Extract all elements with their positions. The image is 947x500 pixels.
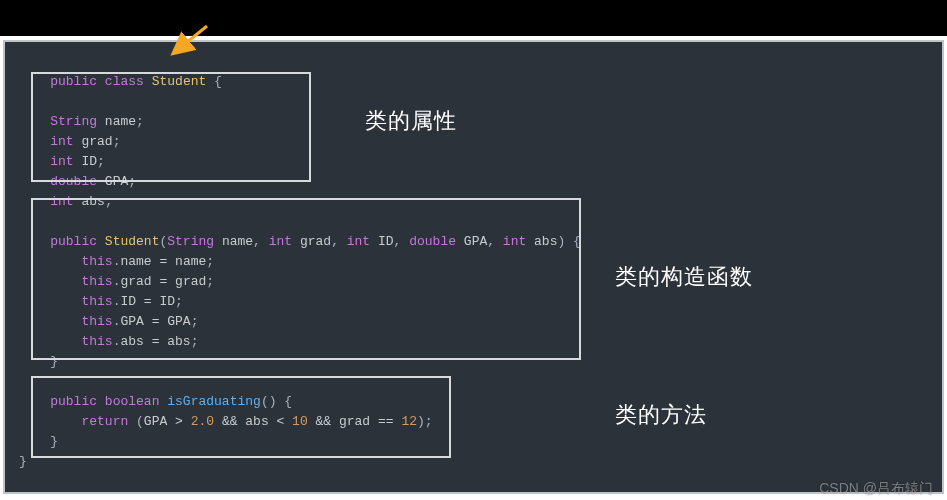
label-fields: 类的属性 — [365, 106, 457, 136]
code-line-field-abs: int abs; — [19, 192, 928, 212]
code-line-field-grad: int grad; — [19, 132, 928, 152]
code-line-class-decl: public class Student { — [19, 52, 928, 112]
code-line-blank — [19, 212, 928, 232]
top-bar — [0, 0, 947, 36]
code-line-ctor-a5: this.abs = abs; — [19, 332, 928, 352]
code-line-method-close: } — [19, 432, 928, 452]
code-line-ctor-close: } — [19, 352, 928, 372]
code-line-ctor-a2: this.grad = grad; — [19, 272, 928, 292]
label-method: 类的方法 — [615, 400, 707, 430]
code-line-field-id: int ID; — [19, 152, 928, 172]
code-line-field-name: String name; — [19, 112, 928, 132]
code-line-ctor-sig: public Student(String name, int grad, in… — [19, 232, 928, 252]
code-line-class-close: } — [19, 452, 928, 472]
code-line-ctor-a4: this.GPA = GPA; — [19, 312, 928, 332]
code-line-method-sig: public boolean isGraduating() { — [19, 392, 928, 412]
code-editor: public class Student { String name; int … — [3, 40, 944, 494]
code-line-blank2 — [19, 372, 928, 392]
code-line-field-gpa: double GPA; — [19, 172, 928, 192]
code-line-ctor-a1: this.name = name; — [19, 252, 928, 272]
label-constructor: 类的构造函数 — [615, 262, 753, 292]
code-line-method-return: return (GPA > 2.0 && abs < 10 && grad ==… — [19, 412, 928, 432]
code-line-ctor-a3: this.ID = ID; — [19, 292, 928, 312]
